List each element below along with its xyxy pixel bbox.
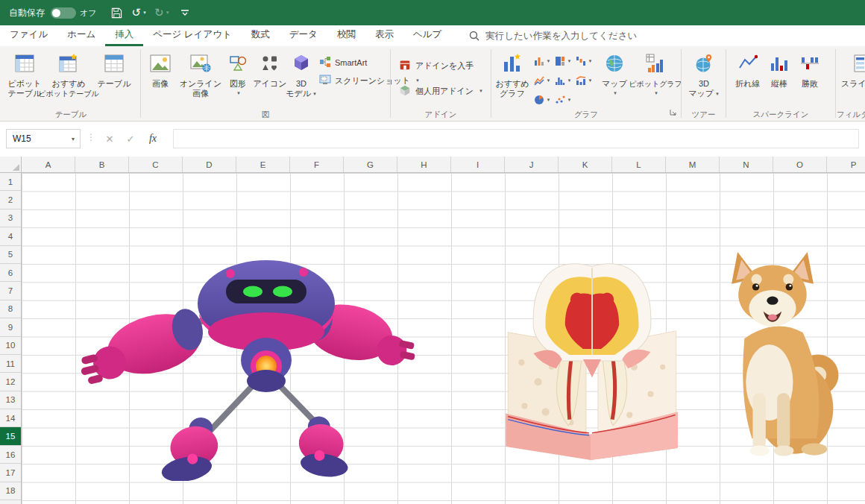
shapes-icon bbox=[229, 48, 247, 79]
row-header-15[interactable]: 15 bbox=[0, 427, 21, 445]
tooth-anatomy-3d-model[interactable] bbox=[501, 235, 683, 460]
tab-help[interactable]: ヘルプ bbox=[403, 25, 451, 46]
tell-me-search[interactable]: 実行したい作業を入力してください bbox=[469, 25, 637, 46]
get-addins-button[interactable]: アドインを入手 bbox=[398, 57, 474, 75]
row-header-12[interactable]: 12 bbox=[0, 373, 21, 391]
tab-insert[interactable]: 挿入 bbox=[105, 25, 143, 46]
sparkline-column-button[interactable]: 縦棒 bbox=[765, 48, 793, 110]
undo-button[interactable]: ↺▼ bbox=[130, 3, 150, 22]
recommended-charts-button[interactable]: おすすめ グラフ bbox=[494, 48, 531, 110]
tab-page-layout[interactable]: ページ レイアウト bbox=[143, 25, 242, 46]
sparkline-line-button[interactable]: 折れ線 bbox=[732, 48, 764, 110]
pie-chart-icon bbox=[534, 95, 544, 105]
online-pictures-button[interactable]: オンライン 画像 bbox=[179, 48, 222, 110]
insert-hierarchy-chart-button[interactable]: ▼ bbox=[553, 52, 573, 70]
pivottable-button[interactable]: ピボット テーブル bbox=[4, 48, 45, 110]
dropdown-icon: ▼ bbox=[588, 59, 593, 63]
cancel-button[interactable]: ✕ bbox=[100, 129, 119, 148]
column-header-F[interactable]: F bbox=[290, 157, 344, 172]
column-header-J[interactable]: J bbox=[505, 157, 559, 172]
row-header-10[interactable]: 10 bbox=[0, 337, 21, 355]
column-header-I[interactable]: I bbox=[451, 157, 505, 172]
select-all-button[interactable] bbox=[0, 157, 22, 173]
row-header-16[interactable]: 16 bbox=[0, 446, 21, 464]
robot-3d-model[interactable] bbox=[67, 242, 425, 481]
row-header-13[interactable]: 13 bbox=[0, 391, 21, 409]
slicer-button[interactable]: スライサー bbox=[841, 48, 865, 110]
maps-dropdown-icon: ▼ bbox=[613, 89, 617, 98]
row-header-18[interactable]: 18 bbox=[0, 482, 21, 500]
tab-data[interactable]: データ bbox=[280, 25, 327, 46]
row-header-9[interactable]: 9 bbox=[0, 318, 21, 336]
insert-line-chart-button[interactable]: ▼ bbox=[532, 72, 552, 89]
sparkline-winloss-button[interactable]: 勝敗 bbox=[795, 48, 825, 110]
row-header-19[interactable]: 19 bbox=[0, 500, 21, 504]
insert-column-chart-button[interactable]: ▼ bbox=[532, 52, 552, 70]
smartart-button[interactable]: SmartArt bbox=[319, 54, 367, 72]
customize-quick-access-button[interactable] bbox=[175, 3, 195, 22]
column-header-B[interactable]: B bbox=[75, 157, 129, 172]
3d-map-button[interactable]: 3D マップ▼ bbox=[686, 48, 722, 110]
row-header-8[interactable]: 8 bbox=[0, 300, 21, 318]
tab-file[interactable]: ファイル bbox=[0, 25, 57, 46]
insert-pie-chart-button[interactable]: ▼ bbox=[532, 91, 552, 109]
redo-button[interactable]: ↻▼ bbox=[152, 3, 172, 22]
tab-formulas[interactable]: 数式 bbox=[242, 25, 280, 46]
screenshot-icon bbox=[319, 74, 331, 87]
column-header-D[interactable]: D bbox=[183, 157, 236, 172]
column-header-P[interactable]: P bbox=[827, 157, 865, 172]
dropdown-icon: ▼ bbox=[547, 98, 551, 102]
pivotchart-button[interactable]: ピボットグラフ ▼ bbox=[632, 48, 679, 110]
dropdown-icon: ▼ bbox=[547, 78, 551, 83]
recommended-pivottables-button[interactable]: おすすめ ピボットテーブル bbox=[46, 48, 91, 110]
column-header-H[interactable]: H bbox=[397, 157, 451, 172]
row-header-5[interactable]: 5 bbox=[0, 246, 21, 264]
column-header-N[interactable]: N bbox=[720, 157, 773, 172]
name-box[interactable]: W15 ▼ bbox=[6, 129, 81, 148]
column-header-A[interactable]: A bbox=[22, 157, 75, 172]
row-header-11[interactable]: 11 bbox=[0, 355, 21, 373]
icons-button[interactable]: アイコン bbox=[254, 48, 286, 110]
row-header-17[interactable]: 17 bbox=[0, 464, 21, 482]
row-header-6[interactable]: 6 bbox=[0, 264, 21, 282]
enter-button[interactable]: ✓ bbox=[121, 129, 140, 148]
3d-models-button[interactable]: 3D モデル▼ bbox=[286, 48, 316, 110]
insert-statistic-chart-button[interactable]: ▼ bbox=[553, 72, 573, 89]
column-header-O[interactable]: O bbox=[773, 157, 827, 172]
save-button[interactable] bbox=[107, 3, 127, 22]
row-header-14[interactable]: 14 bbox=[0, 409, 21, 427]
quick-access-toolbar: ↺▼ ↻▼ bbox=[107, 3, 195, 22]
insert-scatter-chart-button[interactable]: ▼ bbox=[553, 91, 573, 109]
column-header-M[interactable]: M bbox=[666, 157, 720, 172]
shapes-button[interactable]: 図形 ▼ bbox=[224, 48, 252, 110]
insert-combo-chart-button[interactable]: ▼ bbox=[574, 72, 594, 89]
pictures-button[interactable]: 画像 bbox=[143, 48, 177, 110]
row-header-3[interactable]: 3 bbox=[0, 210, 21, 227]
formula-input[interactable] bbox=[173, 129, 859, 148]
tab-home[interactable]: ホーム bbox=[57, 25, 105, 46]
row-header-2[interactable]: 2 bbox=[0, 191, 21, 209]
column-header-C[interactable]: C bbox=[129, 157, 183, 172]
name-box-dropdown-icon[interactable]: ▼ bbox=[66, 136, 80, 142]
insert-function-button[interactable]: fx bbox=[143, 129, 163, 148]
insert-waterfall-chart-button[interactable]: ▼ bbox=[574, 52, 594, 70]
tab-review[interactable]: 校閲 bbox=[327, 25, 365, 46]
table-label: テーブル bbox=[98, 79, 131, 89]
tab-view[interactable]: 表示 bbox=[365, 25, 403, 46]
pictures-icon bbox=[150, 48, 171, 79]
search-icon bbox=[469, 31, 479, 41]
column-header-L[interactable]: L bbox=[612, 157, 666, 172]
my-addins-button[interactable]: 個人用アドイン ▼ bbox=[398, 82, 483, 100]
pivotchart-dropdown-icon: ▼ bbox=[654, 89, 658, 98]
column-header-E[interactable]: E bbox=[236, 157, 290, 172]
table-button[interactable]: テーブル bbox=[94, 48, 134, 110]
shiba-inu-3d-model[interactable] bbox=[708, 248, 841, 467]
autosave-toggle[interactable] bbox=[51, 7, 76, 19]
row-header-7[interactable]: 7 bbox=[0, 282, 21, 300]
column-header-G[interactable]: G bbox=[344, 157, 397, 172]
row-header-4[interactable]: 4 bbox=[0, 227, 21, 245]
column-header-K[interactable]: K bbox=[559, 157, 612, 172]
row-header-1[interactable]: 1 bbox=[0, 173, 21, 191]
pivottable-icon bbox=[15, 48, 34, 79]
maps-button[interactable]: マップ ▼ bbox=[598, 48, 631, 110]
